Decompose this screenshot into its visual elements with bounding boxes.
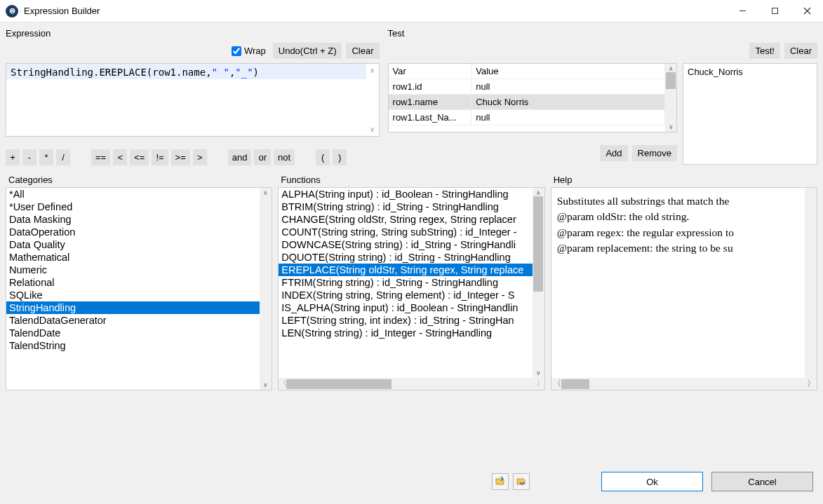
help-vscroll[interactable] — [805, 188, 817, 378]
op-eq[interactable]: == — [91, 149, 110, 165]
categories-label: Categories — [6, 172, 272, 187]
close-button[interactable] — [791, 0, 823, 22]
wrap-checkbox-input[interactable] — [232, 46, 241, 56]
op-star[interactable]: * — [39, 149, 53, 165]
list-item[interactable]: *All — [6, 188, 260, 200]
svg-rect-1 — [772, 8, 777, 14]
window-controls — [726, 0, 823, 22]
help-hscroll[interactable]: 〈〉 — [551, 378, 817, 390]
cell-value[interactable]: Chuck Norris — [471, 95, 665, 110]
functions-vscroll[interactable]: ∧∨ — [533, 188, 544, 378]
clear-expression-button[interactable]: Clear — [346, 43, 379, 59]
cell-var[interactable]: row1.id — [389, 79, 471, 95]
operator-row: + - * / == < <= != >= > and or not ( ) — [6, 149, 380, 165]
op-slash[interactable]: / — [56, 149, 70, 165]
expression-editor[interactable]: StringHandling.EREPLACE(row1.name," ","_… — [6, 63, 380, 137]
list-item[interactable]: DQUOTE(String string) : id_String - Stri… — [279, 251, 532, 264]
cell-value[interactable]: null — [471, 79, 665, 95]
list-item[interactable]: Numeric — [6, 264, 260, 276]
categories-vscroll[interactable]: ∧∨ — [260, 188, 272, 390]
table-row[interactable]: row1.idnull — [389, 79, 665, 95]
functions-label: Functions — [278, 172, 544, 187]
cell-var[interactable]: row1.name — [389, 95, 471, 110]
list-item[interactable]: LEN(String string) : id_Integer - String… — [279, 327, 532, 339]
op-gt[interactable]: > — [193, 149, 207, 165]
cell-value[interactable]: null — [471, 110, 665, 125]
expression-code[interactable]: StringHandling.EREPLACE(row1.name," ","_… — [6, 64, 366, 79]
list-item[interactable]: TalendDataGenerator — [6, 314, 260, 327]
list-item[interactable]: Mathematical — [6, 251, 260, 264]
window-title: Expression Builder — [24, 6, 100, 16]
op-not[interactable]: not — [274, 149, 295, 165]
op-minus[interactable]: - — [22, 149, 36, 165]
wrap-checkbox[interactable]: Wrap — [232, 46, 266, 56]
list-item[interactable]: Data Quality — [6, 238, 260, 251]
list-item[interactable]: CHANGE(String oldStr, String regex, Stri… — [279, 213, 532, 226]
list-item[interactable]: Data Masking — [6, 213, 260, 226]
op-plus[interactable]: + — [6, 149, 20, 165]
cell-var[interactable]: row1.Last_Na... — [389, 110, 471, 125]
list-item[interactable]: EREPLACE(String oldStr, String regex, St… — [279, 264, 532, 276]
op-gte[interactable]: >= — [171, 149, 190, 165]
list-item[interactable]: INDEX(String string, String element) : i… — [279, 289, 532, 301]
help-line: @param oldStr: the old string. — [557, 209, 811, 224]
expression-label: Expression — [6, 28, 380, 39]
col-var: Var — [389, 64, 471, 79]
list-item[interactable]: IS_ALPHA(String input) : id_Boolean - St… — [279, 301, 532, 314]
wrap-label: Wrap — [244, 46, 266, 56]
footer: Ok Cancel — [492, 472, 813, 491]
col-value: Value — [471, 64, 665, 79]
test-button[interactable]: Test! — [749, 43, 779, 59]
list-item[interactable]: FTRIM(String string) : id_String - Strin… — [279, 276, 532, 289]
maximize-button[interactable] — [758, 0, 791, 22]
list-item[interactable]: StringHandling — [6, 301, 260, 314]
table-header-row: Var Value — [389, 64, 665, 79]
list-item[interactable]: COUNT(String string, String subString) :… — [279, 226, 532, 238]
op-rparen[interactable]: ) — [333, 149, 347, 165]
test-label: Test — [388, 28, 817, 39]
undo-button[interactable]: Undo(Ctrl + Z) — [273, 43, 342, 59]
categories-list[interactable]: *All*User DefinedData MaskingDataOperati… — [6, 187, 272, 390]
titlebar: ⊜ Expression Builder — [0, 0, 823, 22]
test-variables-table[interactable]: Var Value row1.idnullrow1.nameChuck Norr… — [388, 63, 677, 132]
list-item[interactable]: ALPHA(String input) : id_Boolean - Strin… — [279, 188, 532, 200]
list-item[interactable]: BTRIM(String string) : id_String - Strin… — [279, 200, 532, 213]
help-line: @param replacement: the string to be su — [557, 240, 811, 256]
table-row[interactable]: row1.Last_Na...null — [389, 110, 665, 125]
table-row[interactable]: row1.nameChuck Norris — [389, 95, 665, 110]
import-icon[interactable] — [492, 473, 509, 490]
op-lparen[interactable]: ( — [316, 149, 330, 165]
expression-vscroll[interactable]: ∧∨ — [366, 64, 379, 136]
list-item[interactable]: DataOperation — [6, 226, 260, 238]
op-lte[interactable]: <= — [130, 149, 149, 165]
test-result-box: Chuck_Norris — [683, 63, 817, 165]
list-item[interactable]: Relational — [6, 276, 260, 289]
minimize-button[interactable] — [726, 0, 758, 22]
list-item[interactable]: TalendDate — [6, 327, 260, 339]
clear-test-button[interactable]: Clear — [784, 43, 817, 59]
op-and[interactable]: and — [228, 149, 252, 165]
cancel-button[interactable]: Cancel — [711, 472, 813, 491]
app-icon: ⊜ — [6, 5, 18, 18]
list-item[interactable]: SQLike — [6, 289, 260, 301]
remove-button[interactable]: Remove — [632, 145, 677, 161]
functions-list[interactable]: ALPHA(String input) : id_Boolean - Strin… — [278, 187, 544, 390]
add-button[interactable]: Add — [600, 145, 627, 161]
ok-button[interactable]: Ok — [601, 472, 703, 491]
help-box: Substitutes all substrings that match th… — [551, 187, 817, 390]
list-item[interactable]: LEFT(String string, int index) : id_Stri… — [279, 314, 532, 327]
test-table-vscroll[interactable]: ∧∨ — [665, 64, 676, 132]
list-item[interactable]: TalendString — [6, 339, 260, 352]
list-item[interactable]: DOWNCASE(String string) : id_String - St… — [279, 238, 532, 251]
help-line: @param regex: the regular expression to — [557, 225, 811, 240]
list-item[interactable]: *User Defined — [6, 200, 260, 213]
op-neq[interactable]: != — [152, 149, 168, 165]
help-line: Substitutes all substrings that match th… — [557, 193, 811, 209]
export-icon[interactable] — [513, 473, 530, 490]
op-lt[interactable]: < — [113, 149, 127, 165]
functions-hscroll[interactable]: 〈〉 — [279, 378, 544, 390]
op-or[interactable]: or — [254, 149, 271, 165]
help-label: Help — [551, 172, 817, 187]
